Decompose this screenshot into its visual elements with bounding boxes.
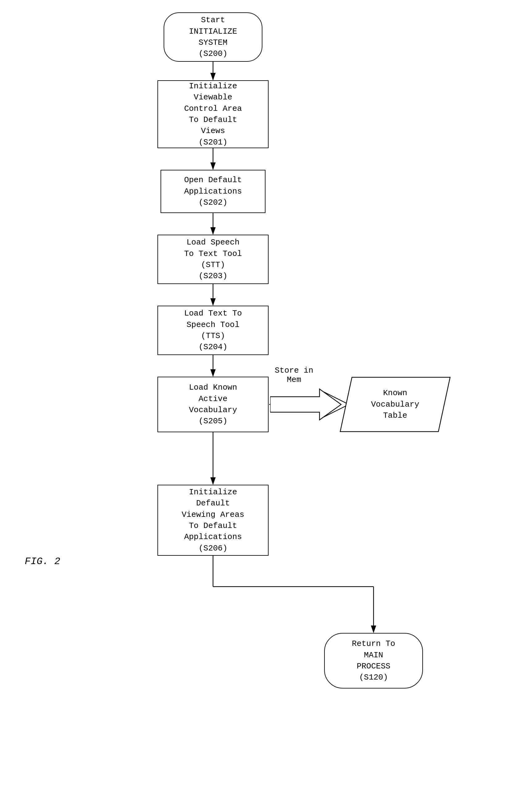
s205-node: Load Known Active Vocabulary (S205) bbox=[158, 377, 268, 432]
return-line3: PROCESS bbox=[352, 661, 395, 672]
s203-node: Load Speech To Text Tool (STT) (S203) bbox=[158, 235, 268, 284]
s204-line1: Load Text To bbox=[184, 308, 242, 319]
s205-line1: Load Known bbox=[189, 382, 237, 393]
start-line1: Start bbox=[189, 14, 237, 26]
s206-line4: To Default bbox=[182, 520, 245, 531]
known-vocab-text: Known Vocabulary Table bbox=[371, 387, 419, 421]
s202-node: Open Default Applications (S202) bbox=[161, 170, 265, 213]
known-vocabulary-table: Known Vocabulary Table bbox=[340, 377, 451, 432]
s206-line2: Default bbox=[182, 498, 245, 509]
diagram-container: Store in Mem Start INITIALIZE SYSTEM (S2… bbox=[0, 0, 514, 812]
return-line4: (S120) bbox=[352, 672, 395, 683]
s204-line3: (TTS) bbox=[184, 330, 242, 342]
s202-line3: (S202) bbox=[184, 197, 242, 208]
s203-line2: To Text Tool bbox=[184, 248, 242, 259]
s204-line2: Speech Tool bbox=[184, 319, 242, 330]
start-node: Start INITIALIZE SYSTEM (S200) bbox=[164, 12, 262, 62]
s206-line3: Viewing Areas bbox=[182, 509, 245, 520]
return-line2: MAIN bbox=[352, 649, 395, 661]
s204-node: Load Text To Speech Tool (TTS) (S204) bbox=[158, 306, 268, 355]
s205-line4: (S205) bbox=[189, 415, 237, 427]
s201-line6: (S201) bbox=[184, 137, 242, 148]
start-line3: SYSTEM bbox=[189, 37, 237, 48]
s206-line6: (S206) bbox=[182, 543, 245, 554]
s203-line1: Load Speech bbox=[184, 237, 242, 248]
s206-line5: Applications bbox=[182, 531, 245, 543]
s201-line4: To Default bbox=[184, 114, 242, 125]
s205-line3: Vocabulary bbox=[189, 404, 237, 415]
store-in-mem-label: Store in Mem bbox=[275, 366, 313, 384]
s202-line1: Open Default bbox=[184, 174, 242, 185]
start-line2: INITIALIZE bbox=[189, 26, 237, 37]
start-line4: (S200) bbox=[189, 48, 237, 59]
s206-line1: Initialize bbox=[182, 487, 245, 498]
s201-node: Initialize Viewable Control Area To Defa… bbox=[158, 80, 268, 148]
s206-node: Initialize Default Viewing Areas To Defa… bbox=[158, 485, 268, 556]
return-main-process-node: Return To MAIN PROCESS (S120) bbox=[324, 633, 423, 689]
s202-line2: Applications bbox=[184, 186, 242, 197]
s203-line4: (S203) bbox=[184, 270, 242, 282]
s201-line1: Initialize bbox=[184, 81, 242, 92]
store-in-mem-arrow bbox=[270, 383, 344, 426]
svg-marker-12 bbox=[270, 389, 341, 420]
s201-line3: Control Area bbox=[184, 103, 242, 114]
s201-line2: Viewable bbox=[184, 92, 242, 103]
s205-line2: Active bbox=[189, 393, 237, 404]
return-line1: Return To bbox=[352, 638, 395, 649]
fig-label: FIG. 2 bbox=[25, 556, 60, 567]
s204-line4: (S204) bbox=[184, 342, 242, 353]
s201-line5: Views bbox=[184, 125, 242, 137]
s203-line3: (STT) bbox=[184, 259, 242, 270]
